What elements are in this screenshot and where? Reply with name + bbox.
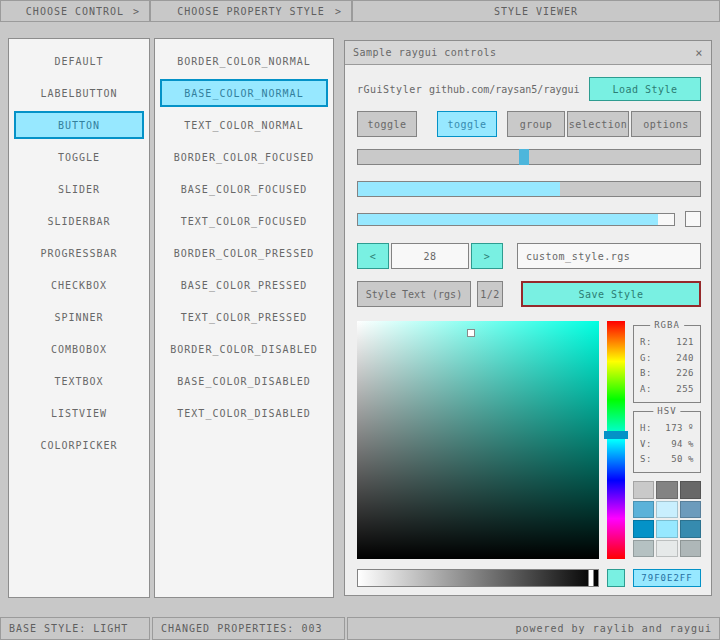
list-item-checkbox[interactable]: CHECKBOX [9,269,149,301]
palette-swatch[interactable] [680,540,701,558]
window-title: Sample raygui controls [353,47,496,58]
hsv-unit-h: º [683,423,694,433]
rgba-row-r: R: 121 [640,337,694,347]
controls-list: DEFAULT LABELBUTTON BUTTON TOGGLE SLIDER… [8,38,150,598]
hsv-unit-s: % [683,454,694,464]
list-item-base-color-focused[interactable]: BASE_COLOR_FOCUSED [155,173,333,205]
properties-list: BORDER_COLOR_NORMAL BASE_COLOR_NORMAL TE… [154,38,334,598]
list-item-button-selected[interactable]: BUTTON [14,111,144,139]
rgba-label-r: R: [640,337,652,347]
palette-swatch[interactable] [656,520,677,538]
list-item-border-color-normal[interactable]: BORDER_COLOR_NORMAL [155,45,333,77]
list-item-combobox[interactable]: COMBOBOX [9,333,149,365]
pager-button[interactable]: 1/2 [477,281,503,307]
list-item-border-color-pressed[interactable]: BORDER_COLOR_PRESSED [155,237,333,269]
toggle-button-active[interactable]: toggle [437,111,497,137]
palette-swatch[interactable] [680,501,701,519]
list-item-labelbutton[interactable]: LABELBUTTON [9,77,149,109]
list-item-base-color-disabled[interactable]: BASE_COLOR_DISABLED [155,365,333,397]
load-style-button[interactable]: Load Style [589,77,701,101]
palette-swatch[interactable] [633,501,654,519]
style-text-button[interactable]: Style Text (rgs) [357,281,471,307]
spinner-value-box[interactable]: 28 [391,243,469,269]
statusbar-powered-by: powered by raylib and raygui [347,617,720,640]
statusbar-changed-properties: CHANGED PROPERTIES: 003 [152,617,345,640]
rgba-label-a: A: [640,384,652,394]
list-item-sliderbar[interactable]: SLIDERBAR [9,205,149,237]
header-step-label: CHOOSE PROPERTY STYLE [177,6,324,17]
sample-sliderbar[interactable] [357,213,675,226]
filename-input[interactable]: custom_style.rgs [517,243,701,269]
statusbar-changed-properties-label: CHANGED PROPERTIES: 003 [161,623,322,634]
spinner-decrement-button[interactable]: < [357,243,389,269]
list-item-progressbar[interactable]: PROGRESSBAR [9,237,149,269]
hsv-unit-v: % [683,439,694,449]
palette-swatch[interactable] [633,481,654,499]
alpha-slider-handle[interactable] [588,569,594,587]
sliderbar-fill [358,214,658,225]
palette-swatch[interactable] [656,501,677,519]
statusbar-base-style-label: BASE STYLE: LIGHT [9,623,128,634]
palette-swatch[interactable] [680,481,701,499]
list-item-colorpicker[interactable]: COLORPICKER [9,429,149,461]
list-item-default[interactable]: DEFAULT [9,45,149,77]
list-item-spinner[interactable]: SPINNER [9,301,149,333]
rgba-row-g: G: 240 [640,353,694,363]
list-item-border-color-disabled[interactable]: BORDER_COLOR_DISABLED [155,333,333,365]
hue-slider[interactable] [607,321,625,559]
list-item-slider[interactable]: SLIDER [9,173,149,205]
spinner-increment-button[interactable]: > [471,243,503,269]
palette-swatch[interactable] [656,540,677,558]
hsv-label-v: V: [640,439,652,449]
palette-swatch[interactable] [633,520,654,538]
hsv-label-h: H: [640,423,652,433]
header-step-label: STYLE VIEWER [494,6,578,17]
statusbar-powered-by-label: powered by raylib and raygui [515,623,712,634]
window-content: rGuiStyler github.com/raysan5/raygui Loa… [345,65,711,595]
style-viewer-window: Sample raygui controls × rGuiStyler gith… [344,40,712,596]
hsv-value-h: 173 [652,423,683,433]
rgba-value-a: 255 [652,384,694,394]
close-icon[interactable]: × [695,46,703,60]
hue-slider-handle[interactable] [604,431,628,439]
hsv-label-s: S: [640,454,652,464]
list-item-text-color-disabled[interactable]: TEXT_COLOR_DISABLED [155,397,333,429]
list-item-text-color-normal[interactable]: TEXT_COLOR_NORMAL [155,109,333,141]
list-item-base-color-normal-selected[interactable]: BASE_COLOR_NORMAL [160,79,328,107]
current-color-swatch[interactable] [607,569,625,587]
color-picker-sv-area[interactable] [357,321,599,559]
palette-swatch[interactable] [680,520,701,538]
header-step-label: CHOOSE CONTROL [26,6,124,17]
hex-value-box[interactable]: 79F0E2FF [633,569,701,587]
hsv-groupbox: HSV H: 173 º V: 94 % S: 50 % [633,411,701,473]
statusbar-base-style: BASE STYLE: LIGHT [0,617,150,640]
rgba-title: RGBA [650,320,684,330]
rgba-row-b: B: 226 [640,368,694,378]
rgba-value-g: 240 [652,353,694,363]
list-item-base-color-pressed[interactable]: BASE_COLOR_PRESSED [155,269,333,301]
toggle-group-group[interactable]: group [507,111,565,137]
sample-checkbox[interactable] [685,211,701,227]
slider-handle[interactable] [519,149,529,165]
alpha-slider[interactable] [357,569,599,587]
header-step-choose-control: CHOOSE CONTROL > [0,0,150,22]
palette-swatch[interactable] [633,540,654,558]
hsv-value-v: 94 [652,439,683,449]
palette-swatch[interactable] [656,481,677,499]
list-item-text-color-focused[interactable]: TEXT_COLOR_FOCUSED [155,205,333,237]
toggle-button[interactable]: toggle [357,111,417,137]
hsv-row-v: V: 94 % [640,439,694,449]
repo-link[interactable]: github.com/raysan5/raygui [429,77,580,101]
list-item-border-color-focused[interactable]: BORDER_COLOR_FOCUSED [155,141,333,173]
list-item-textbox[interactable]: TEXTBOX [9,365,149,397]
save-style-button[interactable]: Save Style [521,281,701,307]
list-item-toggle[interactable]: TOGGLE [9,141,149,173]
toggle-group-selection[interactable]: selection [567,111,629,137]
list-item-text-color-pressed[interactable]: TEXT_COLOR_PRESSED [155,301,333,333]
list-item-listview[interactable]: LISTVIEW [9,397,149,429]
toggle-group-options[interactable]: options [631,111,701,137]
sample-slider[interactable] [357,149,701,165]
color-picker-marker[interactable] [467,329,475,337]
hsv-row-h: H: 173 º [640,423,694,433]
window-titlebar[interactable]: Sample raygui controls × [345,41,711,65]
